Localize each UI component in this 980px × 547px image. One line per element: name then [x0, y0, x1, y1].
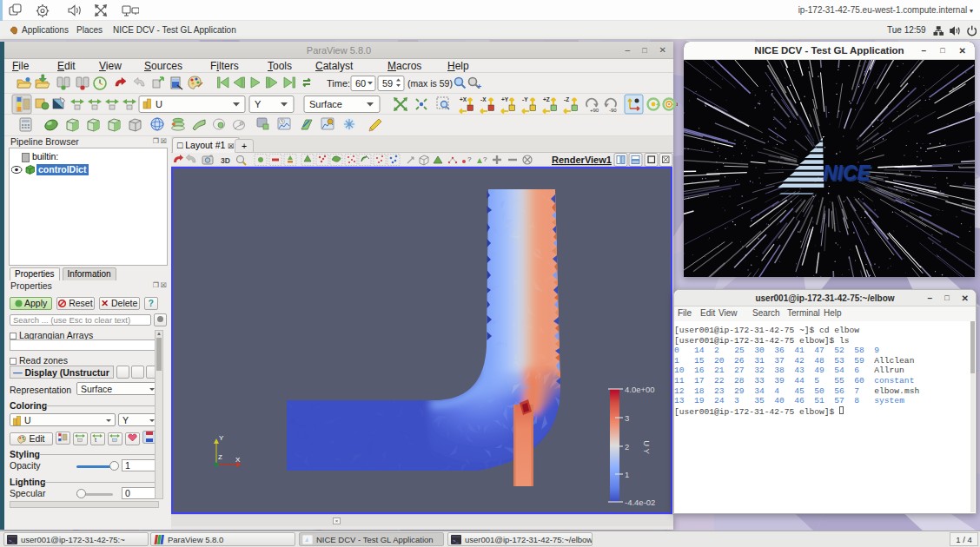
svg-text:60: 60: [355, 78, 366, 89]
svg-text:-Z: -Z: [564, 96, 569, 102]
svg-text:(max is 59): (max is 59): [407, 78, 453, 89]
svg-text:t: t: [95, 437, 96, 443]
svg-text:59: 59: [382, 78, 393, 89]
svg-text:Z: Z: [218, 453, 222, 461]
svg-text:?: ?: [483, 155, 487, 163]
svg-text:»: »: [676, 100, 678, 109]
svg-text:RenderView1: RenderView1: [552, 155, 612, 165]
svg-text:+90: +90: [590, 108, 599, 113]
svg-text:+: +: [477, 82, 481, 91]
svg-text:>_: >_: [453, 537, 460, 543]
svg-text:Surface: Surface: [309, 99, 342, 109]
svg-text:4.0e+00: 4.0e+00: [625, 385, 655, 394]
svg-text:2: 2: [625, 442, 629, 451]
svg-text:+Z: +Z: [543, 96, 550, 102]
svg-text:3D: 3D: [221, 156, 230, 165]
svg-text:Y: Y: [219, 434, 224, 442]
svg-text:-90: -90: [609, 108, 617, 113]
svg-text:Time:: Time:: [327, 78, 350, 89]
svg-text:NICE: NICE: [823, 161, 871, 184]
svg-text:?: ?: [467, 155, 472, 163]
svg-text:-Y: -Y: [522, 96, 528, 102]
svg-text:U: U: [156, 99, 162, 109]
svg-text:X: X: [235, 456, 241, 464]
svg-text:1: 1: [625, 470, 629, 479]
svg-text:U Y: U Y: [642, 440, 652, 454]
svg-text:+X: +X: [460, 96, 467, 102]
svg-text:-X: -X: [480, 96, 487, 102]
svg-text:3: 3: [625, 413, 629, 423]
svg-text:Y: Y: [255, 99, 262, 109]
svg-text:>_: >_: [9, 537, 16, 543]
svg-text:-4.4e-02: -4.4e-02: [625, 498, 655, 507]
svg-text:+Y: +Y: [501, 96, 509, 102]
